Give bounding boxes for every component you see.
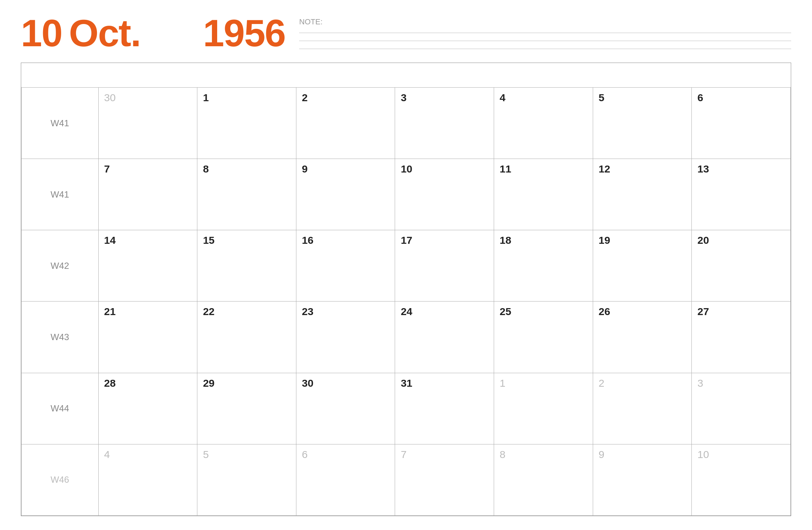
- day-number: 1: [500, 377, 506, 389]
- day-cell-r2-c5: 11: [494, 159, 593, 230]
- day-number: 3: [401, 92, 407, 103]
- col-header-weekly: Weekly: [22, 63, 99, 88]
- col-header-tuesday: Tuesday: [296, 63, 395, 88]
- day-number: 18: [500, 234, 511, 246]
- day-number: 5: [599, 92, 605, 103]
- day-number: 4: [104, 449, 110, 460]
- col-header-friday: Friday: [593, 63, 692, 88]
- day-number: 19: [599, 234, 610, 246]
- calendar-row-2: W4178910111213: [22, 159, 791, 230]
- day-number: 6: [697, 92, 703, 103]
- calendar-row-4: W4321222324252627: [22, 302, 791, 373]
- day-cell-r5-c4: 31: [395, 373, 494, 444]
- day-cell-r6-c2: 5: [197, 444, 296, 515]
- note-label: NOTE:: [299, 17, 791, 26]
- day-number: 14: [104, 234, 116, 246]
- day-cell-r1-c2: 1: [197, 88, 296, 159]
- day-number: 8: [500, 449, 506, 460]
- date-day: 10: [21, 14, 62, 52]
- day-cell-r1-c5: 4: [494, 88, 593, 159]
- week-label-6: W46: [22, 444, 99, 515]
- day-number: 6: [302, 449, 308, 460]
- col-header-monday: Monday: [197, 63, 296, 88]
- day-number: 9: [302, 163, 308, 175]
- day-number: 28: [104, 377, 116, 389]
- col-header-thursday: Thursday: [494, 63, 593, 88]
- calendar-row-1: W4130123456: [22, 88, 791, 159]
- day-cell-r3-c4: 17: [395, 230, 494, 302]
- day-number: 1: [203, 92, 209, 103]
- day-number: 5: [203, 449, 209, 460]
- day-number: 30: [302, 377, 313, 389]
- day-number: 17: [401, 234, 412, 246]
- day-cell-r5-c2: 29: [197, 373, 296, 444]
- day-number: 10: [401, 163, 412, 175]
- day-cell-r4-c1: 21: [98, 302, 197, 373]
- day-cell-r6-c4: 7: [395, 444, 494, 515]
- note-line-1: [299, 33, 791, 33]
- day-number: 7: [104, 163, 110, 175]
- day-number: 13: [697, 163, 709, 175]
- day-cell-r5-c3: 30: [296, 373, 395, 444]
- day-cell-r4-c5: 25: [494, 302, 593, 373]
- day-cell-r3-c7: 20: [692, 230, 791, 302]
- day-cell-r1-c3: 2: [296, 88, 395, 159]
- day-number: 8: [203, 163, 209, 175]
- day-cell-r4-c4: 24: [395, 302, 494, 373]
- day-number: 20: [697, 234, 709, 246]
- calendar-row-3: W4214151617181920: [22, 230, 791, 302]
- day-number: 25: [500, 306, 511, 317]
- day-number: 3: [697, 377, 703, 389]
- page: 10 Oct. 1956 NOTE:: [0, 0, 812, 530]
- day-cell-r1-c1: 30: [98, 88, 197, 159]
- day-cell-r2-c1: 7: [98, 159, 197, 230]
- header: 10 Oct. 1956 NOTE:: [21, 14, 791, 52]
- day-cell-r3-c5: 18: [494, 230, 593, 302]
- day-number: 10: [697, 449, 709, 460]
- day-cell-r2-c4: 10: [395, 159, 494, 230]
- day-number: 31: [401, 377, 412, 389]
- date-year: 1956: [203, 14, 285, 52]
- week-label-2: W41: [22, 159, 99, 230]
- day-cell-r6-c6: 9: [593, 444, 692, 515]
- day-number: 11: [500, 163, 511, 175]
- day-number: 12: [599, 163, 610, 175]
- day-cell-r6-c1: 4: [98, 444, 197, 515]
- calendar-row-5: W4428293031123: [22, 373, 791, 444]
- calendar-header-row: Weekly Sunday Monday Tuesday Wednesday T…: [22, 63, 791, 88]
- day-number: 24: [401, 306, 412, 317]
- day-cell-r4-c2: 22: [197, 302, 296, 373]
- col-header-sunday: Sunday: [98, 63, 197, 88]
- day-cell-r6-c7: 10: [692, 444, 791, 515]
- day-cell-r5-c5: 1: [494, 373, 593, 444]
- day-cell-r3-c1: 14: [98, 230, 197, 302]
- day-cell-r5-c1: 28: [98, 373, 197, 444]
- note-line-2: [299, 41, 791, 41]
- day-cell-r2-c7: 13: [692, 159, 791, 230]
- week-label-1: W41: [22, 88, 99, 159]
- day-cell-r4-c7: 27: [692, 302, 791, 373]
- week-label-3: W42: [22, 230, 99, 302]
- col-header-wednesday: Wednesday: [395, 63, 494, 88]
- day-cell-r2-c3: 9: [296, 159, 395, 230]
- calendar: Weekly Sunday Monday Tuesday Wednesday T…: [21, 63, 791, 516]
- day-number: 16: [302, 234, 313, 246]
- day-cell-r3-c2: 15: [197, 230, 296, 302]
- day-cell-r4-c6: 26: [593, 302, 692, 373]
- day-cell-r2-c2: 8: [197, 159, 296, 230]
- day-number: 29: [203, 377, 214, 389]
- day-number: 23: [302, 306, 313, 317]
- date-month: Oct.: [69, 14, 140, 52]
- day-cell-r6-c5: 8: [494, 444, 593, 515]
- day-number: 15: [203, 234, 214, 246]
- day-cell-r4-c3: 23: [296, 302, 395, 373]
- calendar-table: Weekly Sunday Monday Tuesday Wednesday T…: [21, 63, 791, 516]
- week-label-4: W43: [22, 302, 99, 373]
- note-lines: [299, 33, 791, 49]
- note-section: NOTE:: [285, 14, 791, 49]
- day-number: 30: [104, 92, 116, 103]
- header-date: 10 Oct. 1956: [21, 14, 285, 52]
- day-number: 7: [401, 449, 407, 460]
- day-cell-r1-c7: 6: [692, 88, 791, 159]
- note-line-3: [299, 49, 791, 49]
